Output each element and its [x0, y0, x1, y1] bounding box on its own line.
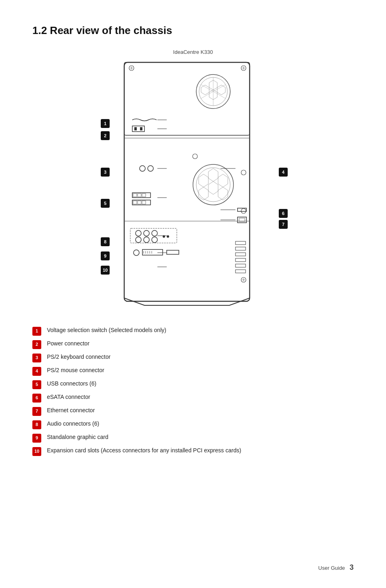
svg-rect-68 — [235, 270, 246, 273]
svg-rect-17 — [132, 126, 144, 132]
svg-point-50 — [136, 237, 141, 243]
svg-point-52 — [152, 237, 157, 243]
legend-item-10: 10 Expansion card slots (Access connecto… — [32, 447, 354, 456]
svg-point-21 — [193, 164, 233, 205]
legend-badge-4: 4 — [32, 367, 41, 376]
legend-text-4: PS/2 mouse connector — [47, 366, 104, 375]
svg-point-29 — [193, 154, 197, 159]
svg-rect-42 — [238, 208, 246, 211]
badge-8: 8 — [101, 237, 110, 246]
legend-item-5: 5 USB connectors (6) — [32, 380, 354, 389]
svg-point-30 — [241, 170, 246, 175]
svg-rect-63 — [235, 241, 246, 245]
svg-rect-65 — [235, 253, 246, 256]
svg-point-31 — [241, 209, 246, 213]
svg-rect-39 — [133, 201, 137, 204]
svg-marker-23 — [208, 168, 218, 181]
legend-item-9: 9 Standalone graphic card — [32, 433, 354, 443]
svg-point-47 — [136, 230, 141, 236]
legend-item-1: 1 Voltage selection switch (Selected mod… — [32, 326, 354, 336]
legend-text-8: Audio connectors (6) — [47, 420, 99, 428]
badge-6: 6 — [279, 209, 288, 218]
legend-text-5: USB connectors (6) — [47, 380, 96, 388]
badge-3: 3 — [101, 168, 110, 177]
legend-badge-2: 2 — [32, 340, 41, 349]
badge-7: 7 — [279, 220, 288, 229]
svg-rect-19 — [140, 127, 142, 130]
svg-rect-67 — [235, 264, 246, 267]
diagram-area: IdeaCentre K330 1 2 3 4 5 6 7 8 9 10 — [32, 49, 354, 310]
diagram-wrapper: 1 2 3 4 5 6 7 8 9 10 — [80, 59, 306, 310]
svg-rect-1 — [124, 62, 250, 135]
footer: User Guide 3 — [318, 563, 354, 572]
svg-point-49 — [152, 230, 157, 236]
legend-item-8: 8 Audio connectors (6) — [32, 420, 354, 429]
legend-badge-1: 1 — [32, 327, 41, 336]
svg-point-48 — [144, 230, 149, 236]
page-title: 1.2 Rear view of the chassis — [32, 24, 354, 37]
svg-marker-8 — [217, 85, 225, 95]
legend-badge-9: 9 — [32, 434, 41, 443]
legend-text-6: eSATA connector — [47, 393, 90, 401]
legend-item-2: 2 Power connector — [32, 340, 354, 349]
svg-marker-9 — [201, 85, 209, 95]
svg-rect-37 — [142, 194, 146, 197]
svg-rect-36 — [138, 194, 141, 197]
svg-rect-41 — [142, 201, 146, 204]
legend-text-10: Expansion card slots (Access connectors … — [47, 447, 241, 455]
svg-marker-26 — [208, 181, 218, 194]
footer-guide-label: User Guide — [318, 565, 345, 571]
legend-badge-3: 3 — [32, 354, 41, 362]
svg-rect-56 — [142, 249, 163, 255]
badge-10: 10 — [101, 266, 110, 275]
legend-item-3: 3 PS/2 keyboard connector — [32, 353, 354, 362]
svg-point-32 — [140, 166, 145, 171]
badge-4: 4 — [279, 168, 288, 177]
svg-point-22 — [196, 168, 230, 202]
svg-rect-18 — [134, 127, 137, 130]
svg-point-55 — [134, 250, 139, 256]
svg-marker-24 — [218, 174, 228, 187]
svg-rect-35 — [133, 194, 137, 197]
badge-5: 5 — [101, 199, 110, 208]
badge-2: 2 — [101, 131, 110, 140]
svg-point-54 — [167, 235, 169, 238]
svg-rect-43 — [238, 217, 246, 223]
legend-item-6: 6 eSATA connector — [32, 393, 354, 403]
legend-item-4: 4 PS/2 mouse connector — [32, 366, 354, 376]
svg-rect-40 — [138, 201, 141, 204]
svg-marker-25 — [199, 174, 208, 187]
legend-badge-6: 6 — [32, 394, 41, 403]
svg-point-51 — [144, 237, 149, 243]
svg-rect-62 — [167, 250, 179, 254]
legend: 1 Voltage selection switch (Selected mod… — [32, 326, 354, 456]
page-content: 1.2 Rear view of the chassis IdeaCentre … — [0, 0, 386, 484]
footer-page-number: 3 — [350, 563, 354, 571]
legend-badge-8: 8 — [32, 420, 41, 429]
legend-text-9: Standalone graphic card — [47, 433, 108, 441]
diagram-label: IdeaCentre K330 — [173, 49, 213, 55]
legend-badge-5: 5 — [32, 380, 41, 389]
legend-text-2: Power connector — [47, 340, 89, 348]
legend-text-7: Ethernet connector — [47, 407, 95, 415]
legend-text-1: Voltage selection switch (Selected model… — [47, 326, 166, 334]
svg-point-33 — [148, 166, 153, 171]
badge-9: 9 — [101, 251, 110, 260]
legend-item-7: 7 Ethernet connector — [32, 407, 354, 416]
chassis-diagram — [120, 59, 258, 310]
legend-text-3: PS/2 keyboard connector — [47, 353, 110, 361]
svg-rect-0 — [124, 62, 250, 301]
svg-marker-28 — [199, 187, 208, 200]
svg-rect-66 — [235, 258, 246, 262]
svg-marker-27 — [218, 187, 228, 200]
svg-rect-64 — [235, 247, 246, 250]
badge-1: 1 — [101, 119, 110, 128]
legend-badge-10: 10 — [32, 447, 41, 456]
legend-badge-7: 7 — [32, 407, 41, 416]
